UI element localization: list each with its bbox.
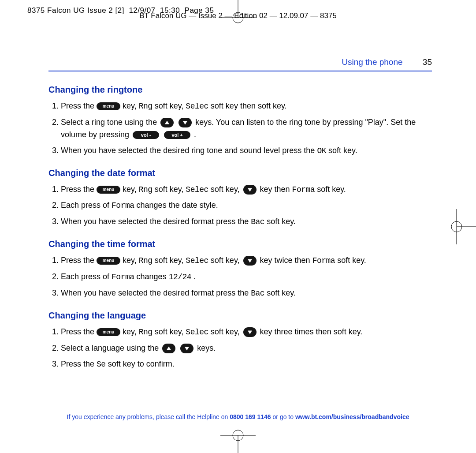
nav-down-icon — [243, 256, 257, 266]
softkey-label: Selec — [186, 102, 208, 111]
softkey-label: Selec — [186, 328, 208, 337]
softkey-label: Bac — [251, 289, 264, 298]
page-content: Using the phone 35 Changing the ringtone… — [48, 57, 432, 375]
instruction-list: Press the menu key, Rng soft key, Selec … — [48, 100, 432, 157]
volume-down-icon: vol - — [133, 131, 159, 139]
instruction-step: When you have selected the desired forma… — [61, 216, 432, 228]
softkey-label: Bac — [251, 217, 264, 226]
page-number: 35 — [423, 57, 432, 67]
menu-key-icon: menu — [97, 186, 120, 194]
crop-mark-bottom — [216, 427, 260, 453]
footer-prefix: If you experience any problems, please c… — [67, 413, 230, 420]
nav-down-icon — [243, 327, 257, 337]
sections: Changing the ringtonePress the menu key,… — [48, 85, 432, 371]
footer-help: If you experience any problems, please c… — [0, 413, 476, 420]
nav-down-icon — [243, 185, 257, 195]
svg-point-8 — [451, 221, 462, 232]
softkey-label: Rng — [139, 328, 152, 337]
instruction-step: Each press of Forma changes the date sty… — [61, 199, 432, 212]
softkey-label: Forma — [112, 201, 134, 210]
softkey-label: Forma — [112, 273, 134, 281]
footer-url: www.bt.com/business/broadbandvoice — [295, 413, 409, 420]
menu-key-icon: menu — [97, 328, 120, 336]
instruction-step: Select a ring tone using the keys. You c… — [61, 116, 432, 141]
footer-mid: or go to — [271, 413, 295, 420]
crop-mark-right — [443, 205, 476, 249]
volume-up-icon: vol + — [164, 131, 190, 139]
instruction-step: Press the menu key, Rng soft key, Selec … — [61, 183, 432, 196]
header-rule — [48, 71, 432, 71]
nav-down-icon — [180, 344, 193, 353]
softkey-label: OK — [317, 146, 326, 155]
softkey-label: Forma — [312, 256, 335, 265]
softkey-label: Selec — [186, 185, 208, 194]
instruction-step: Press the Se soft key to confirm. — [61, 358, 432, 371]
instruction-step: When you have selected the desired ring … — [61, 145, 432, 157]
softkey-label: Forma — [292, 185, 315, 194]
instruction-list: Press the menu key, Rng soft key, Selec … — [48, 326, 432, 371]
footer-phone: 0800 169 1146 — [230, 413, 271, 420]
header-center: BT Falcon UG — Issue 2 — Edition 02 — 12… — [0, 11, 476, 20]
section-heading: Changing the language — [48, 311, 432, 321]
nav-down-icon — [178, 118, 192, 127]
nav-up-icon — [162, 344, 175, 353]
svg-point-5 — [233, 430, 243, 441]
section-heading: Changing the ringtone — [48, 85, 432, 95]
softkey-label: Se — [97, 360, 106, 369]
instruction-step: Press the menu key, Rng soft key, Selec … — [61, 326, 432, 339]
softkey-label: Selec — [186, 256, 208, 265]
section-heading: Changing the date format — [48, 168, 432, 178]
softkey-label: 12/24 — [169, 273, 192, 281]
menu-key-icon: menu — [97, 257, 120, 265]
running-head: Using the phone 35 — [48, 57, 432, 67]
instruction-list: Press the menu key, Rng soft key, Selec … — [48, 183, 432, 229]
instruction-step: When you have selected the desired forma… — [61, 287, 432, 300]
softkey-label: Rng — [139, 102, 152, 111]
nav-up-icon — [160, 118, 174, 127]
softkey-label: Rng — [139, 185, 152, 194]
softkey-label: Rng — [139, 256, 152, 265]
section-heading: Changing the time format — [48, 239, 432, 249]
section-title: Using the phone — [342, 57, 402, 67]
instruction-list: Press the menu key, Rng soft key, Selec … — [48, 255, 432, 300]
instruction-step: Press the menu key, Rng soft key, Selec … — [61, 100, 432, 113]
instruction-step: Select a language using the keys. — [61, 342, 432, 355]
instruction-step: Each press of Forma changes 12/24 . — [61, 271, 432, 284]
menu-key-icon: menu — [97, 102, 120, 110]
instruction-step: Press the menu key, Rng soft key, Selec … — [61, 255, 432, 267]
